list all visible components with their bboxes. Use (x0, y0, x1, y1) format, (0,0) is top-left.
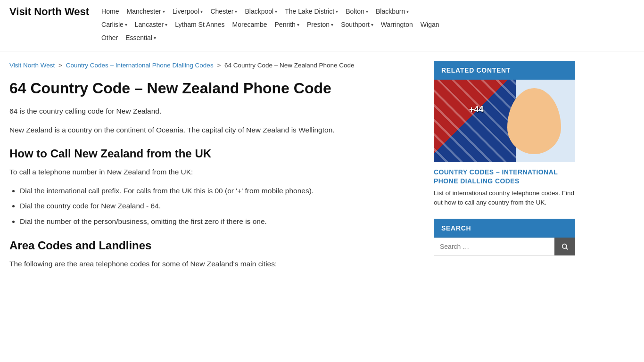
section1-list: Dial the international call prefix. For … (20, 185, 415, 228)
article-intro-2: New Zealand is a country on the continen… (9, 124, 415, 136)
main-content: Visit North West > Country Codes – Inter… (9, 61, 415, 277)
nav-item-carlisle[interactable]: Carlisle▾ (99, 19, 130, 30)
nav-item-penrith[interactable]: Penrith▾ (272, 19, 302, 30)
chevron-icon: ▾ (125, 22, 127, 27)
article-title: 64 Country Code – New Zealand Phone Code (9, 79, 415, 98)
nav-item-warrington[interactable]: Warrington (378, 19, 416, 30)
nav-row-2: Carlisle▾ Lancaster▾ Lytham St Annes Mor… (99, 19, 635, 30)
nav-item-chester[interactable]: Chester▾ (207, 6, 240, 17)
list-item: Dial the international call prefix. For … (20, 185, 415, 197)
nav-item-bolton[interactable]: Bolton▾ (343, 6, 371, 17)
search-button[interactable] (554, 238, 575, 255)
site-header: Visit North West Home Manchester▾ Liverp… (0, 0, 644, 51)
breadcrumb: Visit North West > Country Codes – Inter… (9, 61, 415, 70)
chevron-icon: ▾ (200, 9, 203, 14)
chevron-icon: ▾ (165, 22, 167, 27)
related-content-header: RELATED CONTENT (434, 61, 575, 80)
nav-item-liverpool[interactable]: Liverpool▾ (170, 6, 206, 17)
nav-item-lake-district[interactable]: The Lake District▾ (282, 6, 341, 17)
search-icon (561, 243, 569, 250)
nav-item-wigan[interactable]: Wigan (418, 19, 442, 30)
list-item: Dial the number of the person/business, … (20, 215, 415, 228)
nav-row-1: Home Manchester▾ Liverpool▾ Chester▾ Bla… (99, 6, 635, 17)
chevron-icon: ▾ (154, 35, 156, 41)
chevron-icon: ▾ (366, 9, 368, 14)
section2-intro: The following are the area telephone cod… (9, 258, 415, 270)
nav-item-home[interactable]: Home (99, 6, 122, 17)
page-wrapper: Visit North West > Country Codes – Inter… (0, 51, 644, 286)
list-item: Dial the country code for New Zealand - … (20, 200, 415, 212)
chevron-icon: ▾ (163, 9, 165, 14)
nav-item-blackburn[interactable]: Blackburn▾ (373, 6, 412, 17)
chevron-icon: ▾ (331, 22, 333, 27)
search-box (434, 238, 575, 255)
nav-item-other[interactable]: Other (99, 32, 121, 43)
related-link-title[interactable]: COUNTRY CODES – INTERNATIONAL PHONE DIAL… (434, 168, 575, 186)
nav-item-southport[interactable]: Southport▾ (338, 19, 376, 30)
chevron-icon: ▾ (406, 9, 409, 14)
related-description: List of international country telephone … (434, 189, 575, 208)
sidebar: RELATED CONTENT +44 COUNTRY CODES – INTE… (434, 61, 575, 277)
breadcrumb-current: 64 Country Code – New Zealand Phone Code (224, 62, 354, 69)
related-content-image: +44 (434, 80, 575, 162)
nav-row-3: Other Essential▾ (99, 32, 635, 43)
chevron-icon: ▾ (275, 9, 277, 14)
nav-item-lancaster[interactable]: Lancaster▾ (132, 19, 170, 30)
section-heading-2: Area Codes and Landlines (9, 239, 415, 252)
nav-item-lytham[interactable]: Lytham St Annes (172, 19, 227, 30)
article: 64 Country Code – New Zealand Phone Code… (9, 79, 415, 270)
flag-background (434, 80, 516, 162)
search-header: SEARCH (434, 219, 575, 238)
article-intro-1: 64 is the country calling code for New Z… (9, 105, 415, 117)
breadcrumb-separator: > (58, 62, 64, 69)
section-heading-1: How to Call New Zealand from the UK (9, 147, 415, 160)
nav-item-preston[interactable]: Preston▾ (304, 19, 336, 30)
nav-item-blackpool[interactable]: Blackpool▾ (242, 6, 280, 17)
search-section: SEARCH (434, 219, 575, 255)
breadcrumb-link-home[interactable]: Visit North West (9, 62, 55, 69)
search-input[interactable] (434, 238, 554, 255)
breadcrumb-link-country-codes[interactable]: Country Codes – International Phone Dial… (66, 62, 214, 69)
nav-item-manchester[interactable]: Manchester▾ (124, 6, 167, 17)
chevron-icon: ▾ (297, 22, 299, 27)
nav-item-essential[interactable]: Essential▾ (123, 32, 159, 43)
main-nav: Home Manchester▾ Liverpool▾ Chester▾ Bla… (99, 6, 635, 45)
chevron-icon: ▾ (336, 9, 338, 14)
breadcrumb-separator-2: > (217, 62, 223, 69)
chevron-icon: ▾ (235, 9, 237, 14)
section1-intro: To call a telephone number in New Zealan… (9, 166, 415, 178)
svg-line-1 (566, 248, 568, 249)
nav-item-morecambe[interactable]: Morecambe (230, 19, 270, 30)
chevron-icon: ▾ (371, 22, 373, 27)
related-content-section: RELATED CONTENT +44 COUNTRY CODES – INTE… (434, 61, 575, 207)
site-logo[interactable]: Visit North West (9, 6, 89, 18)
plus44-label: +44 (469, 105, 484, 115)
